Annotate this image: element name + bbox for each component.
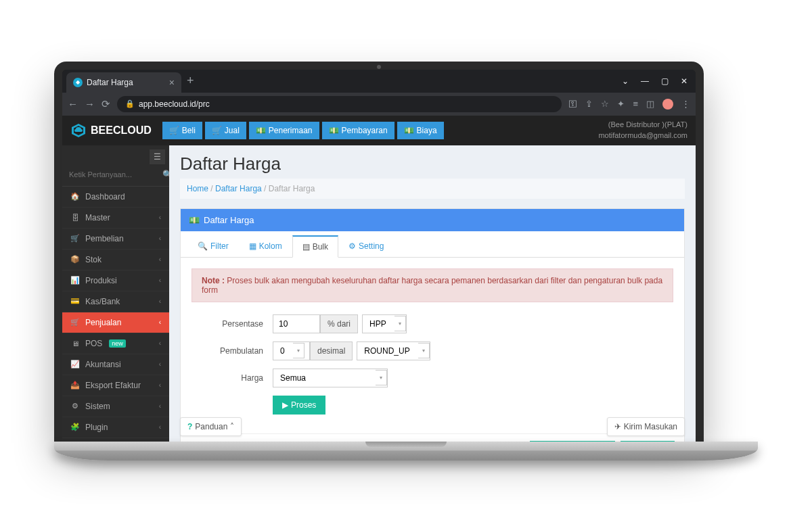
chevron-left-icon: ‹ (159, 318, 161, 326)
sidebar-item-eksport[interactable]: 📤Eksport Efaktur‹ (62, 375, 169, 396)
harga-dropdown[interactable]: Semua▾ (273, 369, 388, 387)
help-icon: ? (187, 422, 192, 431)
chevron-left-icon: ‹ (159, 256, 161, 263)
topbar-pembayaran-button[interactable]: 💵 Pembayaran (322, 122, 394, 139)
database-icon: 🗄 (70, 214, 80, 222)
chevron-down-icon[interactable]: ⌄ (622, 76, 629, 86)
devtools-icon[interactable]: ◫ (646, 99, 654, 110)
chevron-down-icon: ▾ (293, 343, 304, 358)
key-icon[interactable]: ⚿ (568, 99, 577, 110)
gear-icon: ⚙ (70, 402, 80, 410)
url-text: app.beecloud.id/prc (139, 99, 210, 109)
money-icon: 💵 (189, 215, 200, 225)
sidebar-toggle-button[interactable]: ☰ (150, 149, 165, 164)
close-window-button[interactable]: ✕ (681, 76, 687, 86)
topbar-beli-button[interactable]: 🛒 Beli (162, 122, 202, 139)
url-field[interactable]: 🔒 app.beecloud.id/prc (117, 96, 562, 112)
sidebar-item-stok[interactable]: 📦Stok‹ (62, 250, 169, 270)
persentase-dropdown[interactable]: HPP▾ (362, 314, 407, 333)
persentase-label: Persentase (191, 319, 273, 329)
chevron-left-icon: ‹ (159, 360, 161, 368)
minimize-button[interactable]: — (641, 76, 649, 86)
breadcrumb-current: Daftar Harga (269, 184, 315, 193)
sidebar-item-akuntansi[interactable]: 📈Akuntansi‹ (62, 354, 169, 375)
new-badge: new (109, 339, 126, 348)
persentase-input[interactable] (273, 314, 320, 333)
sidebar-item-produksi[interactable]: 📊Produksi‹ (62, 270, 169, 291)
chevron-left-icon: ‹ (159, 423, 161, 431)
topbar-jual-button[interactable]: 🛒 Jual (205, 122, 246, 139)
favicon-icon: ◆ (73, 78, 83, 87)
chevron-left-icon: ‹ (159, 298, 161, 305)
chevron-down-icon: ▾ (418, 343, 430, 358)
sidebar-item-pos[interactable]: 🖥POSnew‹ (62, 333, 169, 354)
list-icon: ▤ (302, 242, 310, 252)
topbar-penerimaan-button[interactable]: 💵 Penerimaan (249, 122, 319, 139)
tab-setting[interactable]: ⚙Setting (338, 235, 394, 257)
breadcrumb-home[interactable]: Home (187, 184, 208, 193)
sidebar-item-penjualan[interactable]: 🛒Penjualan‹ (62, 312, 169, 333)
account-info: (Bee Distributor )(PLAT) motifatormuda@g… (598, 120, 687, 141)
export-icon: 📤 (70, 381, 80, 389)
sidebar-item-sistem[interactable]: ⚙Sistem‹ (62, 396, 169, 417)
close-tab-icon[interactable]: × (169, 77, 175, 88)
page-title: Daftar Harga (180, 153, 685, 174)
plugin-icon: 🧩 (70, 423, 80, 431)
logo[interactable]: BEECLOUD (70, 122, 152, 139)
chevron-left-icon: ‹ (159, 277, 161, 284)
new-tab-button[interactable]: + (181, 74, 200, 88)
chevron-left-icon: ‹ (159, 214, 161, 221)
panel-tabs: 🔍Filter ▦Kolom ▤Bulk ⚙Setting (181, 231, 684, 258)
monitor-icon: 🖥 (70, 339, 80, 348)
sidebar-search-input[interactable] (69, 170, 162, 179)
grid-icon: ▦ (249, 241, 256, 251)
chart-icon: 📊 (70, 276, 80, 285)
persentase-addon: % dari (320, 314, 358, 333)
sidebar-item-master[interactable]: 🗄Master‹ (62, 208, 169, 229)
card-icon: 💳 (70, 297, 80, 306)
kirim-masukan-button[interactable]: ✈ Kirim Masukan (607, 417, 685, 436)
search-icon[interactable]: 🔍 (162, 170, 169, 179)
back-button[interactable]: ← (68, 98, 78, 110)
tab-title: Daftar Harga (87, 78, 133, 87)
profile-icon[interactable] (662, 99, 673, 110)
proses-button[interactable]: ▶ Proses (273, 396, 325, 415)
sidebar-item-dashboard[interactable]: 🏠Dashboard (62, 187, 169, 208)
sidebar-item-plugin[interactable]: 🧩Plugin‹ (62, 417, 169, 438)
pembulatan-value-dropdown[interactable]: 0▾ (273, 341, 310, 360)
pembulatan-mode-dropdown[interactable]: ROUND_UP▾ (357, 341, 430, 360)
breadcrumb-mid[interactable]: Daftar Harga (215, 184, 262, 193)
sidebar-item-kasbank[interactable]: 💳Kas/Bank‹ (62, 291, 169, 312)
panduan-button[interactable]: ? Panduan ˄ (180, 417, 242, 436)
main-content: Daftar Harga Home / Daftar Harga / Dafta… (169, 145, 696, 442)
breadcrumb: Home / Daftar Harga / Daftar Harga (180, 179, 685, 199)
star-icon[interactable]: ☆ (601, 99, 609, 110)
reload-button[interactable]: ⟳ (102, 98, 110, 110)
cart-icon: 🛒 (70, 318, 80, 327)
pembulatan-addon: desimal (310, 341, 353, 360)
list-icon[interactable]: ≡ (633, 99, 638, 110)
gear-icon: ⚙ (348, 241, 356, 251)
home-icon: 🏠 (70, 192, 80, 201)
extension-icon[interactable]: ✦ (617, 99, 625, 110)
chevron-left-icon: ‹ (159, 339, 161, 347)
topbar-biaya-button[interactable]: 💵 Biaya (397, 122, 444, 139)
browser-tab[interactable]: ◆ Daftar Harga × (66, 72, 181, 93)
sidebar-item-pembelian[interactable]: 🛒Pembelian‹ (62, 229, 169, 250)
lock-icon: 🔒 (125, 99, 135, 108)
cart-icon: 🛒 (70, 234, 80, 243)
forward-button[interactable]: → (85, 98, 95, 110)
share-icon[interactable]: ⇪ (585, 99, 593, 110)
tab-filter[interactable]: 🔍Filter (187, 235, 239, 257)
harga-label: Harga (191, 373, 273, 383)
tab-kolom[interactable]: ▦Kolom (239, 235, 292, 257)
maximize-button[interactable]: ▢ (661, 76, 669, 86)
note-alert: Note : Proses bulk akan mengubah keselur… (191, 268, 673, 302)
browser-tab-bar: ◆ Daftar Harga × + ⌄ — ▢ ✕ (62, 70, 696, 93)
sidebar: ☰ 🔍 🏠Dashboard 🗄Master‹ 🛒Pembelian‹ 📦Sto… (62, 145, 169, 442)
pembulatan-label: Pembulatan (191, 346, 273, 356)
send-icon: ✈ (614, 422, 621, 431)
tab-bulk[interactable]: ▤Bulk (292, 235, 338, 258)
menu-icon[interactable]: ⋮ (681, 99, 690, 110)
chevron-down-icon: ▾ (394, 316, 406, 331)
